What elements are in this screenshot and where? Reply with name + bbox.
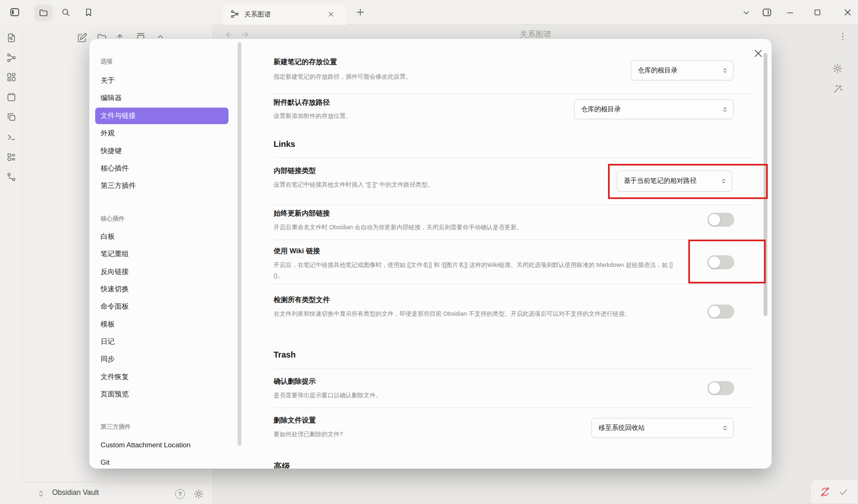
divider [274, 408, 754, 408]
graph-settings-gear-icon[interactable] [832, 63, 843, 74]
divider [274, 94, 754, 94]
graph-view-icon[interactable] [6, 53, 17, 63]
chevrons-up-down-icon [36, 489, 46, 498]
nav-item-hotkeys[interactable]: 快捷键 [95, 143, 228, 159]
setting-name: 检测所有类型文件 [274, 295, 330, 305]
nav-item-quick-switcher[interactable]: 快速切换 [95, 281, 228, 298]
setting-name: 内部链接类型 [274, 166, 316, 175]
chevron-up-down-icon [722, 106, 728, 113]
detect-all-extensions-toggle[interactable] [707, 305, 734, 319]
section-heading-advanced: 高级 [274, 461, 290, 469]
nav-item-files-links[interactable]: 文件与链接 [95, 108, 228, 124]
setting-name: 删除文件设置 [274, 415, 316, 425]
tab-title: 关系图谱 [244, 4, 271, 25]
nav-item-page-preview[interactable]: 页面预览 [95, 386, 228, 403]
nav-item-note-composer[interactable]: 笔记重组 [95, 246, 228, 262]
nav-header-core-plugins: 核心插件 [101, 215, 125, 223]
setting-name: 使用 Wiki 链接 [274, 246, 320, 256]
title-bar [0, 0, 858, 25]
divider [274, 284, 754, 284]
new-note-icon[interactable] [77, 33, 87, 43]
nav-item-sync[interactable]: 同步 [95, 351, 228, 367]
nav-item-core-plugins[interactable]: 核心插件 [95, 160, 228, 177]
confirm-delete-toggle[interactable] [707, 381, 734, 395]
setting-name: 新建笔记的存放位置 [274, 57, 337, 67]
section-heading-trash: Trash [274, 350, 296, 360]
files-button[interactable] [34, 5, 53, 21]
tab-graph-view[interactable]: 关系图谱 [223, 4, 346, 25]
canvas-icon[interactable] [6, 72, 17, 82]
dropdown-value: 移至系统回收站 [598, 424, 645, 432]
divider [274, 240, 754, 240]
sync-off-icon[interactable] [820, 486, 831, 497]
terminal-icon[interactable] [6, 132, 17, 142]
setting-name: 附件默认存放路径 [274, 98, 330, 107]
window-dropdown-icon[interactable] [742, 8, 751, 17]
list-blocks-icon[interactable] [6, 152, 17, 162]
nav-item-templates[interactable]: 模板 [95, 316, 228, 333]
settings-modal: 选项 关于 编辑器 文件与链接 外观 快捷键 核心插件 第三方插件 核心插件 白… [89, 38, 772, 469]
nav-item-about[interactable]: 关于 [95, 72, 228, 89]
vault-switcher-bar[interactable]: Obsidian Vault ? [23, 482, 213, 504]
new-note-location-dropdown[interactable]: 仓库的根目录 [631, 60, 733, 80]
dropdown-value: 仓库的根目录 [581, 105, 621, 114]
always-update-links-toggle[interactable] [707, 213, 734, 227]
setting-desc: 开启后重命名文件时 Obsidian 会自动为你更新内部链接，关闭后则需要你手动… [274, 222, 681, 233]
help-icon[interactable]: ? [175, 489, 185, 499]
nav-item-community-plugins[interactable]: 第三方插件 [95, 178, 228, 194]
nav-item-file-recovery[interactable]: 文件恢复 [95, 369, 228, 385]
maximize-icon[interactable] [813, 8, 822, 17]
magic-wand-icon[interactable] [832, 84, 843, 95]
toggle-left-sidebar-icon[interactable] [9, 7, 20, 18]
bookmark-icon[interactable] [84, 7, 94, 17]
nav-scrollbar[interactable] [238, 42, 241, 446]
nav-item-backlinks[interactable]: 反向链接 [95, 264, 228, 280]
setting-desc: 是否需要弹出提示窗口以确认删除文件。 [274, 390, 681, 401]
file-search-icon[interactable] [6, 33, 17, 43]
toggle-right-sidebar-icon[interactable] [762, 7, 772, 18]
highlight-rect-wiki-links [688, 240, 766, 283]
highlight-rect-link-type [608, 164, 768, 199]
attachment-folder-dropdown[interactable]: 仓库的根目录 [574, 99, 733, 119]
divider [274, 157, 754, 158]
nav-item-command-palette[interactable]: 命令面板 [95, 298, 228, 315]
nav-item-appearance[interactable]: 外观 [95, 125, 228, 142]
deleted-files-dropdown[interactable]: 移至系统回收站 [591, 418, 733, 438]
setting-name: 确认删除提示 [274, 377, 316, 386]
chevron-up-down-icon [722, 67, 728, 74]
nav-header-options: 选项 [101, 58, 113, 65]
nav-item-daily-notes[interactable]: 日记 [95, 334, 228, 350]
nav-item-git[interactable]: Git [95, 454, 228, 469]
setting-desc: 指定新建笔记的存放路径，插件可能会修改此设置。 [274, 71, 681, 82]
nav-item-custom-attachment-location[interactable]: Custom Attachment Location [95, 437, 228, 454]
divider [274, 205, 754, 205]
more-options-icon[interactable] [838, 31, 848, 41]
nav-header-community-plugins: 第三方插件 [101, 423, 131, 431]
nav-item-editor[interactable]: 编辑器 [95, 90, 228, 106]
setting-name: 始终更新内部链接 [274, 209, 330, 218]
minimize-icon[interactable] [786, 8, 795, 17]
nav-item-canvas[interactable]: 白板 [95, 228, 228, 245]
new-tab-icon[interactable] [355, 7, 365, 17]
status-bar [810, 480, 858, 504]
folder-icon [38, 8, 48, 18]
vault-name: Obsidian Vault [52, 488, 99, 497]
dropdown-value: 仓库的根目录 [638, 66, 678, 75]
daily-note-calendar-icon[interactable] [6, 92, 17, 102]
section-heading-links: Links [274, 139, 295, 149]
toggle-knob [709, 306, 720, 317]
copy-files-icon[interactable] [6, 112, 17, 122]
setting-desc: 在文件列表和快速切换中显示所有类型的文件，即使是那些目前 Obsidian 不支… [274, 308, 700, 319]
setting-desc: 开启后，在笔记中链接其他笔记或图像时，使用如 [[文件名]] 和 ![[图片名]… [274, 259, 681, 281]
toggle-knob [709, 214, 720, 226]
settings-gear-icon[interactable] [193, 489, 204, 499]
tab-close-icon[interactable] [327, 10, 335, 18]
git-branch-icon[interactable] [6, 172, 17, 182]
graph-icon [230, 10, 239, 19]
search-icon[interactable] [61, 7, 71, 17]
toggle-knob [709, 382, 720, 394]
window-close-icon[interactable] [843, 8, 852, 17]
checkmark-icon[interactable] [839, 487, 848, 497]
divider [274, 369, 754, 369]
chevron-up-down-icon [722, 425, 728, 431]
